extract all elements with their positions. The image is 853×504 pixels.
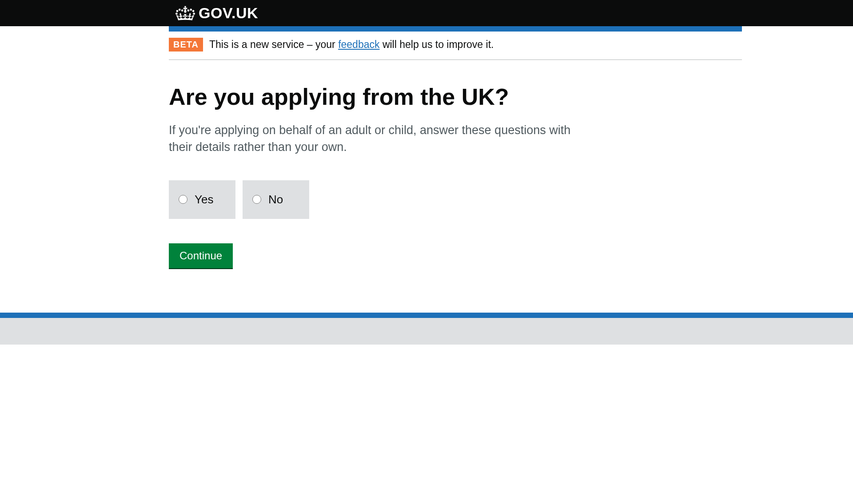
radio-input-yes[interactable]: [179, 195, 187, 204]
beta-tag: BETA: [169, 38, 203, 52]
phase-banner: BETA This is a new service – your feedba…: [169, 32, 742, 60]
phase-text-before: This is a new service – your: [209, 39, 338, 50]
radio-option-no[interactable]: No: [243, 180, 309, 219]
main-content: Are you applying from the UK? If you're …: [169, 60, 742, 313]
question-heading: Are you applying from the UK?: [169, 84, 735, 110]
continue-button[interactable]: Continue: [169, 243, 233, 268]
footer-blue-bar: [0, 313, 853, 318]
footer-grey-area: [0, 318, 853, 345]
crown-icon: [175, 5, 195, 21]
site-name[interactable]: GOV.UK: [199, 4, 258, 22]
phase-text-after: will help us to improve it.: [380, 39, 494, 50]
site-header: GOV.UK: [0, 0, 853, 26]
radio-input-no[interactable]: [252, 195, 261, 204]
feedback-link[interactable]: feedback: [338, 39, 379, 50]
radio-label-yes: Yes: [195, 193, 213, 206]
phase-banner-text: This is a new service – your feedback wi…: [209, 39, 494, 51]
hint-text: If you're applying on behalf of an adult…: [169, 122, 578, 156]
radio-option-yes[interactable]: Yes: [169, 180, 235, 219]
radio-label-no: No: [268, 193, 283, 206]
header-blue-bar: [169, 26, 742, 32]
radio-group: Yes No: [169, 180, 735, 219]
